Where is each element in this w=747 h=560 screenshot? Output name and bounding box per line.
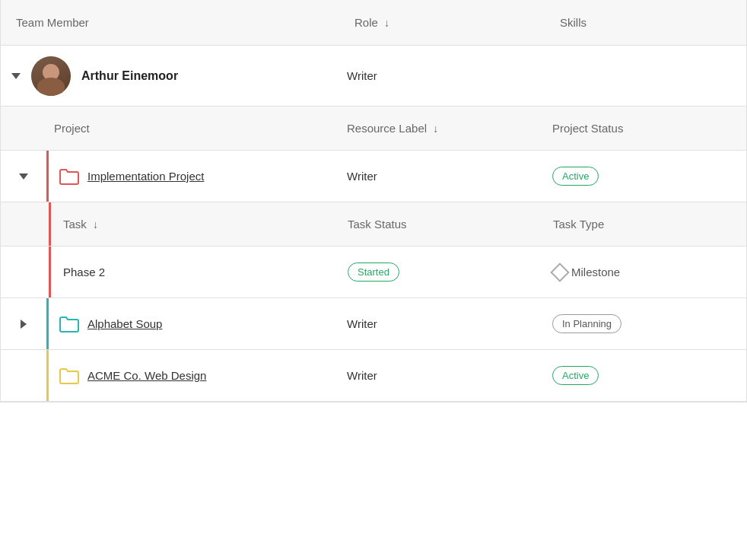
- project-resource-alpha: Writer: [347, 317, 552, 330]
- chevron-down-icon: [11, 73, 21, 79]
- folder-icon-teal: [59, 315, 80, 333]
- avatar-image: [31, 56, 71, 96]
- member-expand-button[interactable]: [1, 73, 31, 79]
- col-header-skills: Skills: [552, 16, 746, 29]
- project-expand-alpha[interactable]: [1, 320, 46, 329]
- chevron-down-icon: [19, 173, 28, 180]
- task-type-phase2: Milestone: [553, 266, 746, 279]
- member-name: Arthur Einemoor: [81, 69, 178, 83]
- task-row-phase2: Phase 2 Started Milestone: [1, 247, 746, 298]
- task-sort-icon: ↓: [93, 218, 98, 231]
- chevron-right-icon: [21, 320, 27, 329]
- team-header: Team Member Role ↓ Skills: [1, 0, 746, 46]
- project-link-impl[interactable]: Implementation Project: [87, 170, 204, 183]
- project-bar-teal: [46, 298, 49, 349]
- status-badge-active-acme: Active: [552, 366, 599, 385]
- status-badge-planning-alpha: In Planning: [552, 314, 621, 333]
- task-sub-header: Task ↓ Task Status Task Type: [1, 202, 746, 247]
- col-header-project: Project: [46, 122, 347, 135]
- project-sub-header: Project Resource Label ↓ Project Status: [1, 107, 746, 151]
- task-status-phase2: Started: [348, 262, 553, 282]
- task-name-phase2: Phase 2: [51, 266, 348, 278]
- project-row-acme: ACME Co. Web Design Writer Active: [1, 350, 746, 402]
- project-row-impl: Implementation Project Writer Active: [1, 151, 746, 202]
- member-row: Arthur Einemoor Writer: [1, 46, 746, 107]
- member-info: Arthur Einemoor: [31, 56, 347, 96]
- task-status-badge-started: Started: [348, 262, 399, 282]
- member-role: Writer: [347, 69, 552, 82]
- project-row-alpha: Alphabet Soup Writer In Planning: [1, 298, 746, 350]
- col-header-task[interactable]: Task ↓: [51, 218, 348, 231]
- project-name-col-alpha: Alphabet Soup: [46, 315, 347, 333]
- project-name-col-impl: Implementation Project: [46, 167, 347, 186]
- folder-icon-yellow: [59, 367, 80, 385]
- role-sort-icon: ↓: [384, 17, 389, 29]
- col-header-resource[interactable]: Resource Label ↓: [347, 122, 552, 135]
- status-badge-active-impl: Active: [552, 167, 599, 186]
- project-name-col-acme: ACME Co. Web Design: [46, 367, 347, 385]
- folder-icon-red: [59, 167, 80, 186]
- avatar: [31, 56, 71, 96]
- project-status-alpha: In Planning: [552, 314, 746, 333]
- project-resource-acme: Writer: [347, 369, 552, 382]
- project-link-alpha[interactable]: Alphabet Soup: [87, 317, 162, 330]
- col-header-member: Team Member: [1, 16, 347, 29]
- project-expand-impl[interactable]: [1, 173, 46, 180]
- col-header-role[interactable]: Role ↓: [347, 16, 552, 29]
- col-header-task-type: Task Type: [553, 218, 746, 231]
- milestone-icon: [550, 262, 569, 282]
- resource-sort-icon: ↓: [433, 123, 438, 135]
- project-bar-yellow: [46, 350, 49, 401]
- project-status-acme: Active: [552, 366, 746, 385]
- project-link-acme[interactable]: ACME Co. Web Design: [87, 369, 206, 382]
- project-status-impl: Active: [552, 167, 746, 186]
- col-header-task-status: Task Status: [348, 218, 553, 231]
- col-header-project-status: Project Status: [552, 122, 746, 135]
- project-bar-red: [46, 151, 49, 202]
- project-resource-impl: Writer: [347, 170, 552, 183]
